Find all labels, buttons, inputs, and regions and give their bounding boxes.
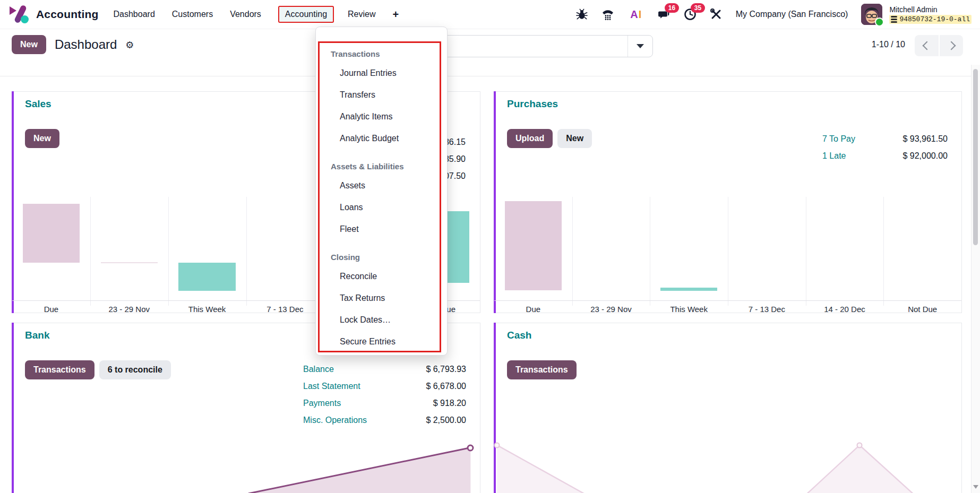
user-avatar[interactable] [861,4,882,25]
xlabel-23-29-nov: 23 - 29 Nov [572,305,650,314]
nav-item-customers[interactable]: Customers [172,10,213,19]
purchases-to-pay-link[interactable]: 7 To Pay [822,133,855,144]
menu-item-reconcile[interactable]: Reconcile [316,265,447,287]
logo-shape [10,6,16,15]
xlabel-this-week: This Week [168,305,246,314]
kpi-value: $ 93,961.50 [902,133,948,144]
chevron-right-icon [947,41,956,50]
menu-section-transactions: Transactions [316,46,447,62]
gridline [168,197,169,306]
main-menu: DashboardCustomersVendorsAccountingRevie… [114,6,410,23]
scrollbar-down-arrow[interactable] [973,485,978,489]
menu-section-closing: Closing [316,249,447,265]
nav-item-plus[interactable]: + [393,8,399,21]
accounting-dropdown-menu: TransactionsJournal EntriesTransfersAnal… [315,27,448,356]
pager-previous-button[interactable] [915,35,939,56]
user-block[interactable]: Mitchell Admin 94850732-19-0-all [889,5,972,24]
menu-item-loans[interactable]: Loans [316,196,447,218]
search-dropdown-toggle[interactable] [627,36,652,57]
bank-reconcile-button[interactable]: 6 to reconcile [99,360,171,379]
activity-clock-icon[interactable]: 35 [684,8,697,21]
sales-bar-this-week [178,263,235,291]
chat-badge: 16 [665,3,679,13]
tools-icon[interactable] [710,8,723,21]
cash-transactions-button[interactable]: Transactions [507,360,577,379]
bank-chart[interactable] [12,424,480,493]
menu-item-journal-entries[interactable]: Journal Entries [316,62,447,84]
gear-icon[interactable] [125,39,134,50]
xlabel-due: Due [12,305,90,314]
app-name[interactable]: Accounting [36,8,99,21]
nav-item-dashboard[interactable]: Dashboard [114,10,155,19]
cash-card-buttons: Transactions [507,360,577,379]
bank-last-statement-link[interactable]: Last Statement [303,380,360,392]
app-logo-icon[interactable] [10,4,30,24]
nav-item-vendors[interactable]: Vendors [230,10,261,19]
bank-payments-link[interactable]: Payments [303,397,341,409]
chat-icon[interactable]: 16 [658,8,670,21]
phone-icon[interactable] [601,8,614,21]
sales-new-button[interactable]: New [25,129,59,148]
bank-transactions-button[interactable]: Transactions [25,360,94,379]
ai-icon[interactable]: AI [627,8,644,21]
control-panel: New Dashboard [12,35,134,54]
purchases-card-buttons: Upload New [507,129,592,148]
bank-card-title[interactable]: Bank [25,330,49,341]
menu-item-tax-returns[interactable]: Tax Returns [316,287,447,309]
purchases-late-link[interactable]: 1 Late [822,150,846,161]
kpi-row: Balance $ 6,793.93 [303,364,466,375]
purchases-upload-button[interactable]: Upload [507,129,553,148]
nav-item-accounting[interactable]: Accounting [278,6,334,23]
x-axis [494,300,961,301]
menu-item-fleet[interactable]: Fleet [316,218,447,240]
database-row: 94850732-19-0-all [889,15,972,24]
gridline [572,197,573,306]
scrollbar-thumb[interactable] [973,69,978,245]
accounting-menu-items: TransactionsJournal EntriesTransfersAnal… [316,46,447,352]
pager-counter: 1-10 / 10 [855,40,905,49]
bank-card-buttons: Transactions 6 to reconcile [25,360,171,379]
menu-item-transfers[interactable]: Transfers [316,84,447,106]
new-button[interactable]: New [12,35,46,54]
kpi-row: 7 To Pay $ 93,961.50 [822,133,948,144]
sales-bar-due [23,204,80,263]
cash-chart[interactable] [494,424,961,493]
xlabel-not-due: Not Due [883,305,961,314]
purchases-bar-this-week [660,288,717,291]
divider [0,76,972,76]
kpi-row: 1 Late $ 92,000.00 [822,150,948,161]
point-marker [857,442,863,448]
purchases-bar-due [505,201,562,291]
menu-item-analytic-budget[interactable]: Analytic Budget [316,127,447,149]
sales-bar-23-29-nov [101,262,158,263]
ai-letter: I [639,8,642,21]
bank-balance-link[interactable]: Balance [303,364,334,375]
gridline [246,197,247,306]
gridline [650,197,650,306]
purchases-card-title[interactable]: Purchases [507,98,558,110]
sales-card-title[interactable]: Sales [25,98,51,110]
gridline [883,197,884,306]
ai-letter: A [630,8,638,21]
menu-item-assets[interactable]: Assets [316,175,447,196]
gridline [728,197,728,306]
activity-badge: 35 [691,3,705,13]
company-switcher[interactable]: My Company (San Francisco) [736,10,848,19]
nav-item-review[interactable]: Review [348,10,375,19]
menu-item-lock-dates[interactable]: Lock Dates… [316,309,447,331]
purchases-chart[interactable] [494,197,961,300]
xlabel-7-13-dec: 7 - 13 Dec [246,305,324,314]
cash-card-title[interactable]: Cash [507,330,531,341]
chevron-down-icon [637,44,644,48]
purchases-new-button[interactable]: New [557,129,592,148]
kpi-value: $ 6,793.93 [426,364,466,375]
menu-item-analytic-items[interactable]: Analytic Items [316,106,447,127]
vertical-scrollbar[interactable] [971,65,980,493]
pager-next-button[interactable] [939,35,963,56]
purchases-chart-xlabels: Due23 - 29 NovThis Week7 - 13 Dec14 - 20… [494,305,961,314]
bug-icon[interactable] [575,8,588,21]
systray: AI 16 35 My Company (San [575,4,980,25]
xlabel-7-13-dec: 7 - 13 Dec [728,305,806,314]
database-name: 94850732-19-0-all [899,15,970,23]
menu-item-secure-entries[interactable]: Secure Entries [316,331,447,352]
